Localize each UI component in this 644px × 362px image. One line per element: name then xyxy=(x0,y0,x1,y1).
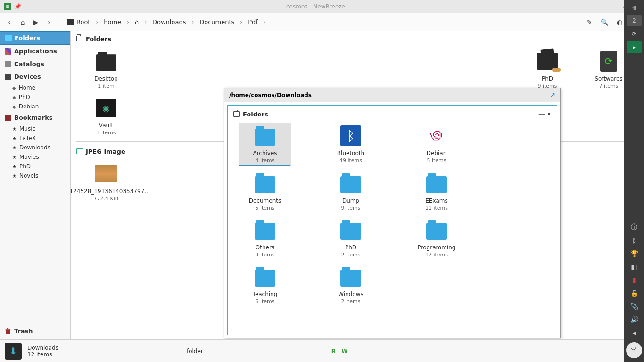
folder-popup: /home/cosmos/Downloads ↗ Folders —• Arch… xyxy=(224,88,561,338)
graduation-icon xyxy=(537,53,558,70)
tray-info-icon[interactable]: ⓘ xyxy=(629,222,639,232)
titlebar: ▦ 📌 cosmos - NewBreeze — ◇ ✕ xyxy=(0,0,644,13)
clock-icon[interactable] xyxy=(626,342,642,358)
tray-volume-icon[interactable]: 🔊 xyxy=(629,315,639,324)
dark-folder-icon xyxy=(96,54,116,71)
tray-bluetooth-icon[interactable]: ᛒ xyxy=(629,236,639,245)
folder-outline-icon xyxy=(233,111,240,117)
folder-vault[interactable]: ◉ Vault 3 items xyxy=(80,95,132,138)
bc-root[interactable]: Root xyxy=(63,16,94,28)
panel-app-icon[interactable]: ▦ xyxy=(627,2,642,13)
sidebar-section-devices[interactable]: Devices xyxy=(0,70,70,83)
sidebar-trash[interactable]: 🗑Trash xyxy=(0,324,38,337)
download-icon: ⬇ xyxy=(5,343,22,360)
folder-icon xyxy=(426,176,447,193)
breadcrumb: Root › home › ⌂ › Downloads › Documents … xyxy=(63,16,583,28)
popup-titlebar[interactable]: /home/cosmos/Downloads ↗ xyxy=(224,88,560,102)
popup-item-dump[interactable]: Dump9 items xyxy=(325,170,377,213)
statusbar: ⬇ Downloads 12 items folder R W xyxy=(0,339,624,362)
tray-lock-icon[interactable]: 🔒 xyxy=(629,288,639,298)
bc-documents[interactable]: Documents xyxy=(196,16,238,27)
minimize-button[interactable]: — xyxy=(610,3,618,10)
bc-user[interactable]: ⌂ xyxy=(131,16,142,27)
folder-icon xyxy=(255,270,275,287)
content-area: Folders —• Desktop 1 item PhD 9 items ⟳ … xyxy=(71,31,644,339)
nav-next-button[interactable]: › xyxy=(42,16,56,29)
chevron-right-icon: › xyxy=(263,19,267,25)
status-sub: 12 items xyxy=(27,351,58,358)
folder-icon xyxy=(340,223,361,240)
popup-item-eexams[interactable]: EExams11 items xyxy=(411,170,462,213)
tray-generic-icon[interactable]: ◧ xyxy=(629,262,639,272)
app-icon: ▦ xyxy=(4,3,11,10)
chevron-right-icon: › xyxy=(126,19,130,25)
folder-icon xyxy=(340,270,361,287)
window-title: cosmos - NewBreeze xyxy=(21,3,610,10)
chevron-right-icon: › xyxy=(190,19,195,25)
sidebar-section-bookmarks[interactable]: Bookmarks xyxy=(0,111,70,124)
edit-path-button[interactable]: ✎ xyxy=(583,16,596,29)
folder-icon xyxy=(255,223,275,240)
chevron-right-icon: › xyxy=(239,19,243,25)
sidebar-item-movies[interactable]: ★Movies xyxy=(0,152,70,162)
forward-button[interactable]: ▶ xyxy=(29,16,42,29)
search-button[interactable]: 🔍 xyxy=(598,16,611,29)
vault-icon: ◉ xyxy=(96,99,116,117)
panel-terminal-icon[interactable]: ▸ xyxy=(627,41,642,53)
bc-downloads[interactable]: Downloads xyxy=(149,16,190,27)
popup-item-documents[interactable]: Documents5 items xyxy=(239,170,291,213)
image-outline-icon xyxy=(76,148,83,154)
popup-item-windows[interactable]: Windows2 items xyxy=(325,263,377,306)
sidebar-item-latex[interactable]: ★LaTeX xyxy=(0,133,70,143)
panel-reload-icon[interactable]: ⟳ xyxy=(627,28,642,40)
folder-phd[interactable]: PhD 9 items xyxy=(521,48,573,91)
sidebar: Folders Applications Catalogs Devices ◆H… xyxy=(0,31,71,339)
chevron-right-icon: › xyxy=(143,19,148,25)
popup-item-archives[interactable]: Archives4 items xyxy=(239,123,291,166)
bluetooth-icon: ᛒ xyxy=(340,125,361,146)
popup-item-programming[interactable]: Programming17 items xyxy=(411,217,462,260)
folder-icon xyxy=(340,176,361,193)
status-name: Downloads xyxy=(27,345,58,351)
sidebar-item-music[interactable]: ★Music xyxy=(0,124,70,133)
jpeg-file[interactable]: 30124528_19136140353797... 772.4 KiB xyxy=(80,161,132,204)
folder-icon xyxy=(255,176,275,193)
folder-outline-icon xyxy=(76,36,83,41)
popup-open-icon[interactable]: ↗ xyxy=(550,91,555,99)
folder-icon xyxy=(255,129,275,146)
pin-icon[interactable]: 📌 xyxy=(14,3,21,10)
sidebar-item-home[interactable]: ◆Home xyxy=(0,83,70,92)
sidebar-item-downloads[interactable]: ★Downloads xyxy=(0,143,70,152)
section-minimize-icon[interactable]: — xyxy=(538,110,545,118)
section-dot-icon[interactable]: • xyxy=(547,110,551,118)
status-type: folder xyxy=(187,348,203,354)
sidebar-item-phd[interactable]: ◆PhD xyxy=(0,92,70,102)
bc-home[interactable]: home xyxy=(100,16,125,27)
workspace-indicator[interactable]: 2 xyxy=(627,15,642,26)
popup-item-teaching[interactable]: Teaching6 items xyxy=(239,263,291,306)
popup-item-debian[interactable]: ౷Debian5 items xyxy=(411,123,462,166)
bc-pdf[interactable]: Pdf xyxy=(244,16,262,27)
status-rw: R W xyxy=(331,348,350,354)
popup-item-others[interactable]: Others9 items xyxy=(239,217,291,260)
popup-item-phd[interactable]: PhD2 items xyxy=(325,217,377,260)
popup-folders-header: Folders —• xyxy=(231,109,553,119)
sidebar-section-catalogs[interactable]: Catalogs xyxy=(0,58,70,70)
sidebar-item-novels[interactable]: ★Novels xyxy=(0,171,70,181)
toolbar: ‹ ⌂ ▶ › Root › home › ⌂ › Downloads › Do… xyxy=(0,13,644,31)
sidebar-section-applications[interactable]: Applications xyxy=(0,45,70,58)
tray-attachment-icon[interactable]: 📎 xyxy=(629,302,639,311)
folder-icon xyxy=(426,223,447,240)
sidebar-item-phd-bm[interactable]: ★PhD xyxy=(0,162,70,171)
back-button[interactable]: ‹ xyxy=(3,16,16,29)
popup-item-bluetooth[interactable]: ᛒBluetooth49 items xyxy=(325,123,377,166)
chevron-right-icon: › xyxy=(95,19,99,25)
tray-trophy-icon[interactable]: 🏆 xyxy=(629,249,639,258)
right-panel: ▦ 2 ⟳ ▸ ⓘ ᛒ 🏆 ◧ ▮ 🔒 📎 🔊 ◂ xyxy=(624,0,644,362)
sidebar-item-debian[interactable]: ◆Debian xyxy=(0,102,70,111)
folder-desktop[interactable]: Desktop 1 item xyxy=(80,48,132,91)
tray-battery-icon[interactable]: ▮ xyxy=(629,275,639,285)
sidebar-section-folders[interactable]: Folders xyxy=(0,31,70,45)
tray-collapse-icon[interactable]: ◂ xyxy=(629,328,639,337)
home-button[interactable]: ⌂ xyxy=(16,16,29,29)
